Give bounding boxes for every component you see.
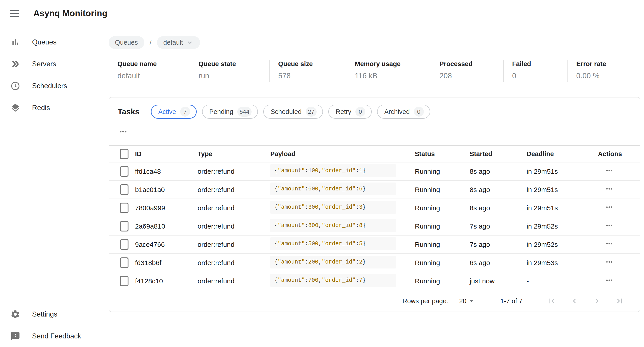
more-horiz-icon [118, 134, 128, 137]
stat-memory-usage: Memory usage 116 kB [346, 60, 430, 82]
sidebar-item-label: Settings [32, 310, 57, 318]
sidebar-item-label: Schedulers [32, 82, 67, 90]
task-deadline: in 29m51s [526, 162, 598, 180]
double-arrow-icon [10, 59, 20, 69]
row-checkbox[interactable] [120, 276, 128, 286]
task-id: 7800a999 [135, 199, 198, 217]
row-checkbox[interactable] [120, 166, 128, 177]
task-status: Running [415, 199, 470, 217]
stat-value: default [118, 71, 190, 80]
task-status: Running [415, 235, 470, 254]
task-payload: {"amount":600,"order_id":6} [270, 183, 396, 195]
task-started: 8s ago [470, 180, 526, 199]
sidebar-item-label: Queues [32, 38, 57, 46]
sidebar-item-schedulers[interactable]: Schedulers [0, 75, 108, 97]
stat-queue-name: Queue name default [108, 60, 190, 82]
stat-value: 208 [440, 71, 503, 80]
task-started: 6s ago [470, 254, 526, 272]
sidebar-item-label: Servers [32, 60, 56, 68]
task-type: order:refund [198, 254, 270, 272]
table-row: ffd1ca48 order:refund {"amount":100,"ord… [109, 162, 640, 180]
task-started: 7s ago [470, 217, 526, 235]
task-type: order:refund [198, 217, 270, 235]
stat-label: Error rate [576, 60, 640, 68]
app-header: Asynq Monitoring [0, 0, 644, 27]
task-deadline: in 29m52s [526, 235, 598, 254]
first-page-icon [547, 296, 556, 306]
rows-per-page-label: Rows per page: [402, 297, 448, 305]
next-page-button[interactable] [586, 294, 608, 308]
table-row: 7800a999 order:refund {"amount":300,"ord… [109, 199, 640, 217]
layers-icon [10, 103, 20, 113]
row-checkbox[interactable] [120, 239, 128, 250]
task-id: 9ace4766 [135, 235, 198, 254]
row-actions-button[interactable] [598, 257, 614, 267]
table-row: f4128c10 order:refund {"amount":700,"ord… [109, 272, 640, 290]
table-row: 2a69a810 order:refund {"amount":800,"ord… [109, 217, 640, 235]
task-started: 8s ago [470, 162, 526, 180]
tab-archived[interactable]: Archived 0 [377, 105, 430, 119]
row-checkbox[interactable] [120, 203, 128, 213]
task-id: b1ac01a0 [135, 180, 198, 199]
chevron-down-icon [186, 39, 194, 46]
tab-scheduled[interactable]: Scheduled 27 [263, 105, 323, 119]
row-checkbox[interactable] [120, 184, 128, 195]
tab-label: Archived [384, 108, 410, 115]
gear-icon [10, 309, 20, 319]
stat-processed: Processed 208 [430, 60, 503, 82]
previous-page-button[interactable] [563, 294, 586, 308]
task-started: 8s ago [470, 199, 526, 217]
tab-label: Active [158, 108, 176, 115]
sidebar-item-label: Redis [32, 104, 50, 112]
feedback-icon [10, 331, 20, 341]
stat-value: 0.00 % [576, 71, 640, 80]
sidebar-item-queues[interactable]: Queues [0, 31, 108, 53]
tab-label: Retry [336, 108, 351, 115]
row-checkbox[interactable] [120, 257, 128, 268]
tasks-card: Tasks Active 7 Pending 544 Scheduled 27 [108, 97, 640, 312]
row-actions-button[interactable] [598, 276, 614, 285]
bar-chart-icon [10, 37, 20, 47]
row-actions-button[interactable] [598, 184, 614, 194]
task-payload: {"amount":100,"order_id":1} [270, 164, 396, 177]
task-id: f4128c10 [135, 272, 198, 290]
row-checkbox[interactable] [120, 221, 128, 232]
table-header-row: ID Type Payload Status Started Deadline … [109, 146, 640, 162]
row-actions-button[interactable] [598, 221, 614, 231]
stat-label: Queue name [118, 60, 190, 68]
breadcrumb-queues-chip[interactable]: Queues [108, 36, 144, 49]
task-started: just now [470, 272, 526, 290]
task-status: Running [415, 217, 470, 235]
stat-value: 0 [512, 71, 568, 80]
stat-label: Queue size [278, 60, 346, 68]
first-page-button[interactable] [540, 294, 563, 308]
task-started: 7s ago [470, 235, 526, 254]
select-all-checkbox[interactable] [120, 149, 128, 159]
tab-label: Scheduled [270, 108, 302, 115]
last-page-button[interactable] [608, 294, 631, 308]
task-status: Running [415, 272, 470, 290]
sidebar-item-servers[interactable]: Servers [0, 53, 108, 75]
tab-label: Pending [209, 108, 233, 115]
sidebar-item-redis[interactable]: Redis [0, 97, 108, 119]
row-actions-button[interactable] [598, 239, 614, 249]
table-menu-button[interactable] [118, 126, 128, 137]
task-type: order:refund [198, 180, 270, 199]
sidebar-item-send-feedback[interactable]: Send Feedback [0, 325, 108, 347]
sidebar-item-settings[interactable]: Settings [0, 303, 108, 325]
tab-retry[interactable]: Retry 0 [328, 105, 372, 119]
column-header-actions: Actions [598, 146, 640, 162]
tab-pending[interactable]: Pending 544 [202, 105, 258, 119]
breadcrumb: Queues / default [108, 36, 640, 49]
task-id: 2a69a810 [135, 217, 198, 235]
rows-per-page-value: 20 [459, 297, 466, 305]
row-actions-button[interactable] [598, 166, 614, 176]
row-actions-button[interactable] [598, 203, 614, 212]
breadcrumb-queue-select[interactable]: default [157, 36, 200, 49]
task-payload: {"amount":700,"order_id":7} [270, 274, 396, 287]
rows-per-page-select[interactable]: 20 [459, 297, 475, 305]
dropdown-arrow-icon [468, 297, 476, 305]
table-row: fd318b6f order:refund {"amount":200,"ord… [109, 254, 640, 272]
tab-active[interactable]: Active 7 [151, 105, 197, 119]
menu-icon[interactable] [10, 8, 20, 18]
